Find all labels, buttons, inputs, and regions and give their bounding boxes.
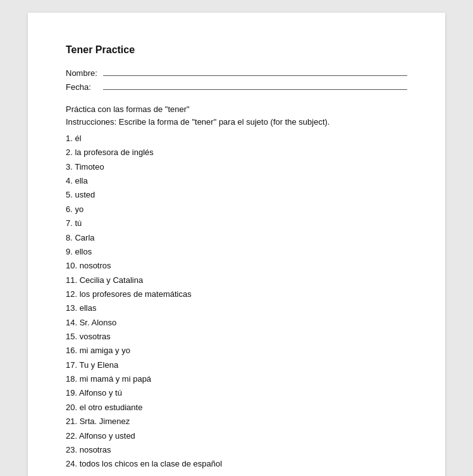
list-item: 7. tú xyxy=(66,216,407,230)
page: Tener Practice Nombre: Fecha: Práctica c… xyxy=(28,13,445,476)
list-item: 19. Alfonso y tú xyxy=(66,386,407,400)
instruction-line2: Instrucciones: Escribe la forma de "tene… xyxy=(66,116,407,128)
list-item: 15. vosotras xyxy=(66,330,407,344)
nombre-label: Nombre: xyxy=(66,68,101,78)
list-item: 5. usted xyxy=(66,188,407,202)
list-item: 9. ellos xyxy=(66,245,407,259)
fecha-row: Fecha: xyxy=(66,81,407,92)
list-item: 1. él xyxy=(66,132,407,146)
nombre-row: Nombre: xyxy=(66,67,407,78)
list-item: 17. Tu y Elena xyxy=(66,358,407,372)
list-item: 4. ella xyxy=(66,174,407,188)
instruction-line1: Práctica con las formas de "tener" xyxy=(66,103,407,116)
fecha-label: Fecha: xyxy=(66,82,101,92)
nombre-underline xyxy=(103,67,407,76)
list-item: 6. yo xyxy=(66,203,407,216)
list-item: 18. mi mamá y mi papá xyxy=(66,372,407,386)
page-title: Tener Practice xyxy=(66,44,407,56)
instructions-block: Práctica con las formas de "tener" Instr… xyxy=(66,103,407,128)
list-item: 14. Sr. Alonso xyxy=(66,316,407,330)
list-item: 11. Cecilia y Catalina xyxy=(66,273,407,287)
list-item: 23. nosotras xyxy=(66,443,407,457)
list-item: 13. ellas xyxy=(66,301,407,315)
list-item: 16. mi amiga y yo xyxy=(66,344,407,358)
fecha-underline xyxy=(103,81,407,90)
list-item: 22. Alfonso y usted xyxy=(66,429,407,443)
list-item: 20. el otro estudiante xyxy=(66,401,407,415)
list-item: 8. Carla xyxy=(66,231,407,245)
list-item: 21. Srta. Jimenez xyxy=(66,415,407,429)
list: 1. él2. la profesora de inglés3. Timoteo… xyxy=(66,132,407,472)
list-item: 24. todos los chicos en la clase de espa… xyxy=(66,457,407,471)
list-item: 12. los profesores de matemáticas xyxy=(66,287,407,301)
list-item: 2. la profesora de inglés xyxy=(66,146,407,160)
list-item: 10. nosotros xyxy=(66,259,407,273)
list-item: 3. Timoteo xyxy=(66,160,407,174)
